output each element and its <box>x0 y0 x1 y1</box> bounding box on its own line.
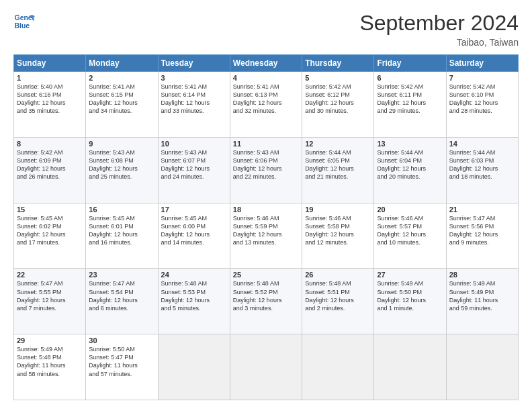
day-info: Sunrise: 5:49 AM Sunset: 5:48 PM Dayligh… <box>17 345 83 378</box>
calendar-cell: 7Sunrise: 5:42 AM Sunset: 6:10 PM Daylig… <box>446 72 518 138</box>
calendar-cell <box>302 334 374 400</box>
calendar-cell: 5Sunrise: 5:42 AM Sunset: 6:12 PM Daylig… <box>302 72 374 138</box>
calendar-week-4: 22Sunrise: 5:47 AM Sunset: 5:55 PM Dayli… <box>14 269 519 334</box>
weekday-header-friday: Friday <box>374 55 446 72</box>
day-info: Sunrise: 5:44 AM Sunset: 6:04 PM Dayligh… <box>377 148 443 181</box>
day-number: 17 <box>161 205 227 214</box>
calendar-week-5: 29Sunrise: 5:49 AM Sunset: 5:48 PM Dayli… <box>14 334 519 400</box>
day-number: 14 <box>449 140 515 148</box>
calendar-cell <box>230 334 302 400</box>
day-info: Sunrise: 5:40 AM Sunset: 6:16 PM Dayligh… <box>17 83 83 116</box>
calendar-cell: 10Sunrise: 5:43 AM Sunset: 6:07 PM Dayli… <box>158 137 230 203</box>
day-number: 26 <box>305 271 371 279</box>
day-info: Sunrise: 5:42 AM Sunset: 6:11 PM Dayligh… <box>377 83 443 116</box>
day-info: Sunrise: 5:44 AM Sunset: 6:03 PM Dayligh… <box>449 148 515 181</box>
weekday-header-wednesday: Wednesday <box>230 55 302 72</box>
calendar-cell: 25Sunrise: 5:48 AM Sunset: 5:52 PM Dayli… <box>230 269 302 334</box>
weekday-header-sunday: Sunday <box>14 55 86 72</box>
day-number: 12 <box>305 140 371 148</box>
calendar-table: SundayMondayTuesdayWednesdayThursdayFrid… <box>13 54 519 400</box>
day-number: 22 <box>17 271 83 279</box>
day-info: Sunrise: 5:48 AM Sunset: 5:53 PM Dayligh… <box>161 279 227 312</box>
day-number: 18 <box>233 205 299 214</box>
location: Taibao, Taiwan <box>359 37 519 48</box>
page: General Blue September 2024 Taibao, Taiw… <box>0 0 532 411</box>
logo-icon: General Blue <box>13 11 35 32</box>
calendar-cell: 4Sunrise: 5:41 AM Sunset: 6:13 PM Daylig… <box>230 72 302 138</box>
day-number: 15 <box>17 205 83 214</box>
day-info: Sunrise: 5:41 AM Sunset: 6:15 PM Dayligh… <box>89 83 154 116</box>
calendar-cell: 3Sunrise: 5:41 AM Sunset: 6:14 PM Daylig… <box>158 72 230 138</box>
weekday-header-tuesday: Tuesday <box>158 55 230 72</box>
calendar-cell: 17Sunrise: 5:45 AM Sunset: 6:00 PM Dayli… <box>158 203 230 269</box>
day-number: 1 <box>17 74 83 82</box>
calendar-cell: 28Sunrise: 5:49 AM Sunset: 5:49 PM Dayli… <box>446 269 518 334</box>
day-info: Sunrise: 5:48 AM Sunset: 5:52 PM Dayligh… <box>233 279 299 312</box>
day-info: Sunrise: 5:44 AM Sunset: 6:05 PM Dayligh… <box>305 148 371 181</box>
day-number: 24 <box>161 271 227 279</box>
day-info: Sunrise: 5:43 AM Sunset: 6:06 PM Dayligh… <box>233 148 299 181</box>
day-info: Sunrise: 5:47 AM Sunset: 5:56 PM Dayligh… <box>449 214 515 247</box>
day-number: 7 <box>449 74 515 82</box>
day-number: 20 <box>377 205 443 214</box>
calendar-week-3: 15Sunrise: 5:45 AM Sunset: 6:02 PM Dayli… <box>14 203 519 269</box>
day-info: Sunrise: 5:42 AM Sunset: 6:12 PM Dayligh… <box>305 83 371 116</box>
calendar-week-1: 1Sunrise: 5:40 AM Sunset: 6:16 PM Daylig… <box>14 72 519 138</box>
day-number: 23 <box>89 271 154 279</box>
calendar-cell: 14Sunrise: 5:44 AM Sunset: 6:03 PM Dayli… <box>446 137 518 203</box>
day-number: 30 <box>89 336 154 345</box>
calendar-cell <box>158 334 230 400</box>
day-info: Sunrise: 5:42 AM Sunset: 6:10 PM Dayligh… <box>449 83 515 116</box>
calendar-cell: 9Sunrise: 5:43 AM Sunset: 6:08 PM Daylig… <box>86 137 158 203</box>
day-info: Sunrise: 5:45 AM Sunset: 6:02 PM Dayligh… <box>17 214 83 247</box>
calendar-cell: 12Sunrise: 5:44 AM Sunset: 6:05 PM Dayli… <box>302 137 374 203</box>
calendar-cell: 24Sunrise: 5:48 AM Sunset: 5:53 PM Dayli… <box>158 269 230 334</box>
svg-text:Blue: Blue <box>15 22 30 30</box>
title-area: September 2024 Taibao, Taiwan <box>359 11 519 48</box>
day-number: 16 <box>89 205 154 214</box>
calendar-cell: 26Sunrise: 5:48 AM Sunset: 5:51 PM Dayli… <box>302 269 374 334</box>
calendar-cell: 22Sunrise: 5:47 AM Sunset: 5:55 PM Dayli… <box>14 269 86 334</box>
day-number: 11 <box>233 140 299 148</box>
calendar-cell: 2Sunrise: 5:41 AM Sunset: 6:15 PM Daylig… <box>86 72 158 138</box>
calendar-cell: 27Sunrise: 5:49 AM Sunset: 5:50 PM Dayli… <box>374 269 446 334</box>
day-number: 25 <box>233 271 299 279</box>
day-number: 3 <box>161 74 227 82</box>
month-title: September 2024 <box>359 11 519 36</box>
day-number: 27 <box>377 271 443 279</box>
day-info: Sunrise: 5:45 AM Sunset: 6:01 PM Dayligh… <box>89 214 154 247</box>
calendar-cell: 23Sunrise: 5:47 AM Sunset: 5:54 PM Dayli… <box>86 269 158 334</box>
day-info: Sunrise: 5:43 AM Sunset: 6:07 PM Dayligh… <box>161 148 227 181</box>
calendar-cell: 1Sunrise: 5:40 AM Sunset: 6:16 PM Daylig… <box>14 72 86 138</box>
day-number: 9 <box>89 140 154 148</box>
day-number: 4 <box>233 74 299 82</box>
calendar-cell: 16Sunrise: 5:45 AM Sunset: 6:01 PM Dayli… <box>86 203 158 269</box>
calendar-cell: 11Sunrise: 5:43 AM Sunset: 6:06 PM Dayli… <box>230 137 302 203</box>
weekday-header-saturday: Saturday <box>446 55 518 72</box>
calendar-cell: 15Sunrise: 5:45 AM Sunset: 6:02 PM Dayli… <box>14 203 86 269</box>
calendar-cell: 13Sunrise: 5:44 AM Sunset: 6:04 PM Dayli… <box>374 137 446 203</box>
day-info: Sunrise: 5:46 AM Sunset: 5:59 PM Dayligh… <box>233 214 299 247</box>
day-number: 6 <box>377 74 443 82</box>
day-number: 2 <box>89 74 154 82</box>
logo: General Blue <box>13 11 35 32</box>
day-info: Sunrise: 5:45 AM Sunset: 6:00 PM Dayligh… <box>161 214 227 247</box>
day-number: 29 <box>17 336 83 345</box>
calendar-cell: 21Sunrise: 5:47 AM Sunset: 5:56 PM Dayli… <box>446 203 518 269</box>
day-number: 28 <box>449 271 515 279</box>
calendar-cell: 18Sunrise: 5:46 AM Sunset: 5:59 PM Dayli… <box>230 203 302 269</box>
calendar-cell: 20Sunrise: 5:46 AM Sunset: 5:57 PM Dayli… <box>374 203 446 269</box>
day-info: Sunrise: 5:47 AM Sunset: 5:54 PM Dayligh… <box>89 279 154 312</box>
day-info: Sunrise: 5:46 AM Sunset: 5:58 PM Dayligh… <box>305 214 371 247</box>
day-number: 21 <box>449 205 515 214</box>
day-info: Sunrise: 5:49 AM Sunset: 5:49 PM Dayligh… <box>449 279 515 312</box>
day-info: Sunrise: 5:41 AM Sunset: 6:14 PM Dayligh… <box>161 83 227 116</box>
weekday-header-thursday: Thursday <box>302 55 374 72</box>
day-info: Sunrise: 5:48 AM Sunset: 5:51 PM Dayligh… <box>305 279 371 312</box>
calendar-cell <box>446 334 518 400</box>
day-info: Sunrise: 5:50 AM Sunset: 5:47 PM Dayligh… <box>89 345 154 378</box>
calendar-cell: 8Sunrise: 5:42 AM Sunset: 6:09 PM Daylig… <box>14 137 86 203</box>
weekday-header-monday: Monday <box>86 55 158 72</box>
day-number: 13 <box>377 140 443 148</box>
calendar-cell: 19Sunrise: 5:46 AM Sunset: 5:58 PM Dayli… <box>302 203 374 269</box>
